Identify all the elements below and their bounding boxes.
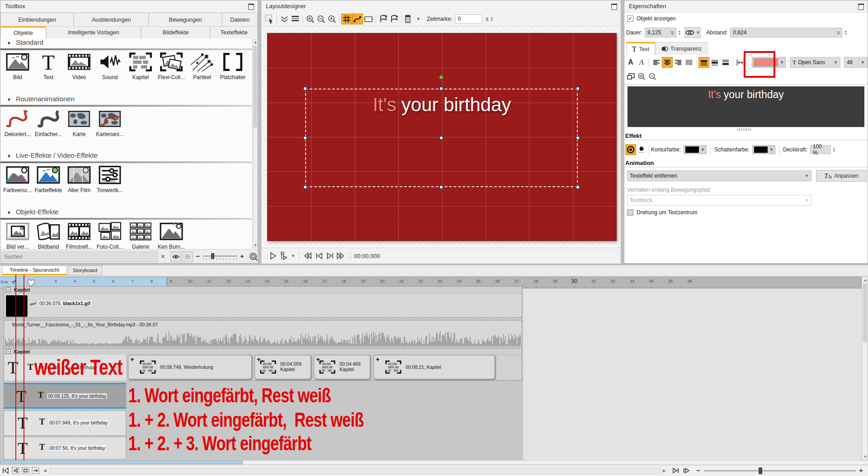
selection-handle-w[interactable]: [303, 136, 307, 140]
toolbox-item-ken-burn[interactable]: Ken Burn...: [156, 221, 187, 250]
selection-handle-se[interactable]: [576, 185, 580, 189]
object-visible-checkbox[interactable]: ✓: [627, 15, 633, 22]
zeitmarke-input[interactable]: [455, 14, 482, 24]
scroll-up-icon[interactable]: ▲: [254, 40, 257, 44]
bottom-hscroll-track[interactable]: [50, 468, 661, 474]
marker-line[interactable]: [24, 275, 24, 460]
toolbox-item-kapitel[interactable]: Kapitel: [125, 51, 156, 80]
selection-frame-icon[interactable]: [22, 467, 30, 475]
timeline-zoom-slider[interactable]: [704, 470, 856, 471]
slide-canvas[interactable]: It'syour birthday: [267, 33, 617, 241]
toolbox-item-tonwertk[interactable]: Tonwertk...: [94, 164, 125, 193]
timeline-hscrollbar[interactable]: [0, 460, 868, 465]
play-icon[interactable]: [268, 250, 278, 261]
toolbox-item-kartenani[interactable]: Kartenani...: [94, 108, 125, 137]
toolbox-item-partikel[interactable]: Partikel: [187, 51, 217, 80]
skip-end-icon[interactable]: [335, 250, 346, 261]
goto-prev-object-icon[interactable]: [12, 467, 20, 475]
section-header-live-effekte-video-effekte[interactable]: ▼Live-Effekte / Video-Effekte: [0, 151, 252, 159]
collapse-track2-icon[interactable]: −: [6, 349, 10, 354]
chapter-item-3[interactable]: + 00:04.469 Kapitel: [314, 355, 370, 379]
selection-handle-s[interactable]: [439, 185, 443, 189]
font-size-select[interactable]: 48▼: [844, 57, 868, 68]
shadow-effect-icon[interactable]: [636, 144, 647, 155]
chapter-item-2[interactable]: + 00:04.059 Kapitel: [255, 355, 311, 379]
toolbox-item-alter-film[interactable]: Alter Film: [64, 164, 94, 193]
zeitmarke-spinner[interactable]: ▲▼: [489, 16, 495, 22]
align-left-icon[interactable]: [651, 57, 662, 68]
skip-start-icon[interactable]: [303, 250, 314, 261]
tab-bewegungen[interactable]: Bewegungen: [149, 13, 222, 26]
playhead-line[interactable]: [15, 275, 16, 460]
camera-pan-icon[interactable]: [363, 14, 374, 24]
align-right-icon[interactable]: [673, 57, 684, 68]
layers-icon[interactable]: [290, 14, 301, 24]
toolbox-restore-icon[interactable]: [248, 4, 254, 10]
scrollbar-thumb[interactable]: [253, 46, 257, 127]
timeline-zoom-in-icon[interactable]: +: [859, 467, 863, 474]
deckkraft-field[interactable]: 100 %: [810, 145, 831, 154]
konturfarbe-button[interactable]: ▼: [684, 145, 707, 154]
arrange-icon[interactable]: [625, 71, 636, 82]
rotation-handle[interactable]: [439, 75, 443, 80]
layoutdesigner-maximize-icon[interactable]: [611, 4, 617, 10]
texteffekt-select[interactable]: Texteffekt entfernen▼: [627, 170, 811, 181]
eye-icon[interactable]: [170, 251, 181, 262]
track1-item-label[interactable]: 00:36.075, black1x1.gif: [38, 301, 91, 306]
grid-toggle-icon[interactable]: [341, 14, 352, 24]
section-header-standard[interactable]: ▼Standard: [0, 38, 252, 46]
play-from-marker-icon[interactable]: [278, 250, 289, 261]
textblock-select[interactable]: Textblock▼: [627, 195, 811, 206]
toolbox-item-sound[interactable]: Sound: [94, 51, 125, 80]
favorites-star-icon[interactable]: ☆: [182, 251, 193, 262]
timeline-hscroll-thumb[interactable]: [0, 461, 243, 464]
preview-zoom-out-icon[interactable]: [647, 71, 658, 82]
dauer-spinner[interactable]: ▲▼: [676, 30, 683, 35]
audio-track[interactable]: Monk_Turner__Fascinoma_-_01_-_Its_Your_B…: [4, 320, 522, 347]
tab-text[interactable]: TText: [626, 42, 655, 55]
schattenfarbe-button[interactable]: ▼: [752, 145, 775, 154]
play-options-dropdown-icon[interactable]: ▼: [291, 254, 295, 258]
tab-dateien[interactable]: Dateien: [222, 13, 258, 26]
tab-objekte[interactable]: Objekte: [0, 26, 46, 38]
fit-timeline-icon[interactable]: [672, 467, 680, 475]
animation-curve-icon[interactable]: [352, 14, 363, 24]
drehung-checkbox[interactable]: [627, 209, 633, 216]
goto-start-icon[interactable]: [2, 467, 10, 475]
dauer-field[interactable]: 8,125s: [645, 28, 676, 38]
align-center-icon[interactable]: [662, 57, 673, 68]
scrollbar-thumb[interactable]: [863, 283, 867, 342]
select-tool-icon[interactable]: [264, 14, 275, 24]
zoom-in-icon[interactable]: [305, 14, 316, 24]
font-family-select[interactable]: TOpen Sans▼: [790, 57, 840, 68]
hscroll-left-icon[interactable]: ◀: [43, 468, 47, 473]
preview-resize-handle[interactable]: [737, 128, 751, 131]
zoom-minus-icon[interactable]: −: [196, 252, 200, 260]
hscroll-right-icon[interactable]: ▶: [663, 468, 666, 473]
clear-search-icon[interactable]: ✕: [160, 253, 165, 260]
timeline-text-row-3[interactable]: T T 00:07.50, It's your birthday: [4, 437, 126, 459]
next-frame-icon[interactable]: [325, 250, 335, 261]
prev-frame-icon[interactable]: [314, 250, 325, 261]
tab-bildeffekte[interactable]: Bildeffekte: [141, 26, 210, 38]
preview-zoom-icon[interactable]: [249, 252, 258, 264]
toolbox-item-filmstreif[interactable]: Filmstreif...: [64, 221, 94, 250]
chapter-item-wiederholung[interactable]: + 00:08.749, Wiederholung: [128, 355, 252, 379]
timeline-text-row-selected[interactable]: T T 00:08.125, It's your birthday: [4, 383, 126, 409]
toolbox-item-bild-ver[interactable]: Bild ver...: [2, 221, 33, 250]
align-justify-icon[interactable]: [684, 57, 694, 68]
toolbox-item-dekoriert[interactable]: Dekoriert...: [2, 108, 33, 137]
outline-effect-icon[interactable]: [625, 144, 636, 155]
text-edit-preview[interactable]: It'syour birthday: [627, 86, 864, 127]
section-header-objekt-effekte[interactable]: ▼Objekt-Effekte: [0, 208, 252, 216]
toolbox-item-farbeffekte[interactable]: Farbeffekte: [33, 164, 64, 193]
abstand-field[interactable]: 0,624s: [730, 28, 842, 38]
toolbox-item-einfacher[interactable]: Einfacher...: [33, 108, 64, 137]
toolbox-item-bildband[interactable]: Bildband: [33, 221, 64, 250]
thumb-size-slider[interactable]: [203, 255, 237, 257]
column-view-dropdown-icon[interactable]: ▼: [416, 17, 420, 21]
scroll-down-icon[interactable]: ▼: [254, 243, 257, 247]
collapse-track1-icon[interactable]: −: [6, 287, 10, 292]
section-header-routenanimationen[interactable]: ▼Routenanimationen: [0, 95, 252, 103]
selection-handle-e[interactable]: [576, 136, 580, 140]
